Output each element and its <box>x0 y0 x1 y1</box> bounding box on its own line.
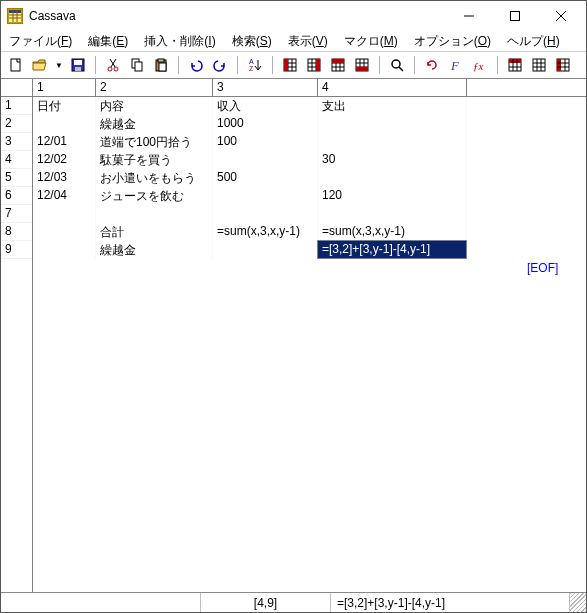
cell[interactable]: 駄菓子を買う <box>96 151 213 169</box>
cell[interactable] <box>213 187 318 205</box>
grid3-button[interactable] <box>327 54 349 76</box>
svg-point-18 <box>114 67 118 71</box>
status-coord: [4,9] <box>201 593 331 612</box>
undo-button[interactable] <box>185 54 207 76</box>
cell[interactable] <box>33 205 96 223</box>
resize-grip-icon[interactable] <box>570 593 586 612</box>
column-header[interactable]: 2 <box>96 79 213 96</box>
cell[interactable] <box>33 223 96 241</box>
menubar: ファイル(F) 編集(E) 挿入・削除(I) 検索(S) 表示(V) マクロ(M… <box>1 31 586 51</box>
cell[interactable]: 収入 <box>213 97 318 115</box>
search-button[interactable] <box>386 54 408 76</box>
column-headers: 1234 <box>33 79 586 97</box>
toolbar-separator <box>95 56 96 74</box>
cell[interactable]: 12/02 <box>33 151 96 169</box>
toolbar-separator <box>237 56 238 74</box>
column-header[interactable]: 4 <box>318 79 467 96</box>
menu-edit[interactable]: 編集(E) <box>84 31 132 52</box>
open-file-button[interactable] <box>29 54 51 76</box>
cell[interactable]: 合計 <box>96 223 213 241</box>
cut-button[interactable] <box>102 54 124 76</box>
row-header[interactable]: 4 <box>1 151 32 169</box>
menu-view[interactable]: 表示(V) <box>284 31 332 52</box>
cell[interactable] <box>33 241 96 259</box>
paste-button[interactable] <box>150 54 172 76</box>
function-button[interactable]: ƒx <box>469 54 491 76</box>
row-header[interactable]: 1 <box>1 97 32 115</box>
cell[interactable] <box>318 169 467 187</box>
cell[interactable]: 支出 <box>318 97 467 115</box>
close-button[interactable] <box>538 1 584 31</box>
view3-button[interactable] <box>552 54 574 76</box>
cell[interactable]: 1000 <box>213 115 318 133</box>
row-header[interactable]: 9 <box>1 241 32 259</box>
sort-button[interactable]: AZ <box>244 54 266 76</box>
svg-rect-13 <box>74 60 82 65</box>
cell[interactable] <box>96 205 213 223</box>
cells-area[interactable]: 日付内容収入支出繰越金100012/01道端で100円拾う10012/02駄菓子… <box>33 97 586 592</box>
menu-option[interactable]: オプション(O) <box>410 31 495 52</box>
grid1-button[interactable] <box>279 54 301 76</box>
svg-rect-66 <box>557 59 561 71</box>
dropdown-arrow-icon[interactable]: ▼ <box>53 61 65 70</box>
cell[interactable]: =sum(x,3,x,y-1) <box>318 223 467 241</box>
view1-button[interactable] <box>504 54 526 76</box>
cell[interactable]: 100 <box>213 133 318 151</box>
row-header[interactable]: 8 <box>1 223 32 241</box>
svg-text:A: A <box>249 58 254 65</box>
cell[interactable]: お小遣いをもらう <box>96 169 213 187</box>
menu-insert[interactable]: 挿入・削除(I) <box>140 31 219 52</box>
cell[interactable]: 120 <box>318 187 467 205</box>
new-file-button[interactable] <box>5 54 27 76</box>
cell[interactable] <box>318 115 467 133</box>
grid4-button[interactable] <box>351 54 373 76</box>
column-header[interactable]: 1 <box>33 79 96 96</box>
svg-text:ƒx: ƒx <box>473 60 484 72</box>
cell[interactable] <box>318 205 467 223</box>
row-header[interactable]: 7 <box>1 205 32 223</box>
view2-button[interactable] <box>528 54 550 76</box>
cell[interactable]: 内容 <box>96 97 213 115</box>
cell[interactable]: 30 <box>318 151 467 169</box>
minimize-button[interactable] <box>446 1 492 31</box>
cell[interactable]: =[3,2]+[3,y-1]-[4,y-1] <box>318 241 467 259</box>
menu-macro[interactable]: マクロ(M) <box>340 31 402 52</box>
cell[interactable]: 繰越金 <box>96 115 213 133</box>
redo-button[interactable] <box>209 54 231 76</box>
menu-file[interactable]: ファイル(F) <box>5 31 76 52</box>
cell[interactable]: 日付 <box>33 97 96 115</box>
column-header-filler <box>467 79 586 96</box>
cell[interactable]: ジュースを飲む <box>96 187 213 205</box>
cell[interactable]: 道端で100円拾う <box>96 133 213 151</box>
cell[interactable]: =sum(x,3,x,y-1) <box>213 223 318 241</box>
cell[interactable] <box>213 241 318 259</box>
cell[interactable]: 12/04 <box>33 187 96 205</box>
cell[interactable] <box>318 133 467 151</box>
cell[interactable] <box>213 205 318 223</box>
cell[interactable]: 繰越金 <box>96 241 213 259</box>
row-header[interactable]: 5 <box>1 169 32 187</box>
cell[interactable]: 500 <box>213 169 318 187</box>
row-header[interactable]: 3 <box>1 133 32 151</box>
grid2-button[interactable] <box>303 54 325 76</box>
font-button[interactable]: F <box>445 54 467 76</box>
row-header[interactable]: 6 <box>1 187 32 205</box>
cell[interactable]: 12/03 <box>33 169 96 187</box>
cell[interactable]: 12/01 <box>33 133 96 151</box>
table-row: 12/03お小遣いをもらう500 <box>33 169 586 187</box>
row-header[interactable]: 2 <box>1 115 32 133</box>
svg-text:F: F <box>450 58 460 73</box>
table-row: 12/02駄菓子を買う30 <box>33 151 586 169</box>
select-all-corner[interactable] <box>1 79 33 97</box>
column-header[interactable]: 3 <box>213 79 318 96</box>
refresh-button[interactable] <box>421 54 443 76</box>
cell[interactable] <box>213 151 318 169</box>
menu-help[interactable]: ヘルプ(H) <box>503 31 564 52</box>
copy-button[interactable] <box>126 54 148 76</box>
save-button[interactable] <box>67 54 89 76</box>
menu-search[interactable]: 検索(S) <box>228 31 276 52</box>
spreadsheet-grid[interactable]: 1234 123456789 日付内容収入支出繰越金100012/01道端で10… <box>1 79 586 592</box>
cell[interactable] <box>33 115 96 133</box>
maximize-button[interactable] <box>492 1 538 31</box>
svg-text:Z: Z <box>249 65 254 72</box>
